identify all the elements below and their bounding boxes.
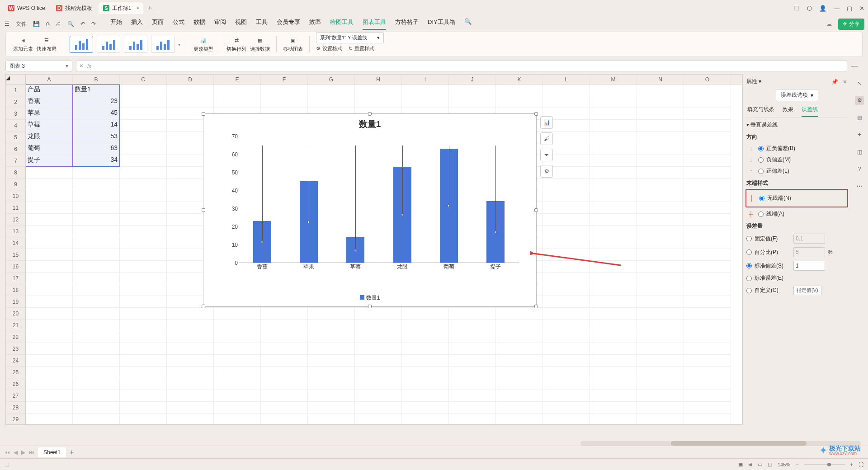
cell[interactable] xyxy=(637,237,684,249)
cell[interactable] xyxy=(684,284,731,296)
cell[interactable] xyxy=(120,108,167,120)
row-12[interactable]: 12 xyxy=(6,214,25,226)
cell[interactable] xyxy=(637,367,684,378)
cell[interactable] xyxy=(684,296,731,308)
close-window-icon[interactable]: ✕ xyxy=(859,5,864,12)
fullscreen-icon[interactable]: ⛶ xyxy=(859,462,863,467)
stddev-value-input[interactable] xyxy=(793,261,825,271)
horizontal-scrollbar[interactable] xyxy=(580,440,861,446)
row-18[interactable]: 18 xyxy=(6,284,25,296)
radio-no-cap[interactable]: │无线端(N) xyxy=(747,194,846,202)
cell[interactable] xyxy=(543,226,590,237)
cell[interactable] xyxy=(637,296,684,308)
cell[interactable]: 提子 xyxy=(26,155,73,167)
row-11[interactable]: 11 xyxy=(6,202,25,214)
cell[interactable] xyxy=(543,273,590,284)
tab-fill-line[interactable]: 填充与线条 xyxy=(747,106,774,117)
name-box[interactable]: 图表 3▾ xyxy=(5,61,72,71)
cell[interactable] xyxy=(261,367,308,378)
radio-cap[interactable]: ┼线端(A) xyxy=(746,210,847,218)
cell[interactable] xyxy=(214,414,261,425)
cell[interactable] xyxy=(590,296,637,308)
add-sheet-icon[interactable]: + xyxy=(70,448,74,456)
cell[interactable] xyxy=(261,85,308,96)
row-28[interactable]: 28 xyxy=(6,402,25,414)
cell[interactable] xyxy=(120,96,167,108)
cell[interactable] xyxy=(637,320,684,331)
cell[interactable] xyxy=(120,167,167,179)
tab-vip[interactable]: 会员专享 xyxy=(277,18,300,30)
cell[interactable] xyxy=(214,320,261,331)
cell[interactable] xyxy=(684,308,731,320)
cell[interactable] xyxy=(449,355,496,367)
cell[interactable] xyxy=(590,179,637,190)
cell[interactable] xyxy=(590,355,637,367)
cell[interactable] xyxy=(590,284,637,296)
tab-error-bars[interactable]: 误差线 xyxy=(802,106,818,117)
cell[interactable] xyxy=(355,367,402,378)
cell[interactable] xyxy=(73,320,120,331)
cell[interactable] xyxy=(637,261,684,273)
cell[interactable] xyxy=(26,226,73,237)
add-element-button[interactable]: ⊞添加元素 xyxy=(13,37,33,52)
cell[interactable] xyxy=(684,132,731,143)
cell[interactable] xyxy=(167,402,214,414)
radio-percent[interactable]: 百分比(P) % xyxy=(746,247,847,257)
cell[interactable] xyxy=(26,284,73,296)
cell[interactable] xyxy=(308,308,355,320)
help-rail-icon[interactable]: ? xyxy=(855,164,864,174)
cell[interactable] xyxy=(684,402,731,414)
cell[interactable] xyxy=(637,249,684,261)
cell[interactable] xyxy=(449,96,496,108)
cell[interactable] xyxy=(73,343,120,355)
tab-tools[interactable]: 工具 xyxy=(256,18,268,30)
row-21[interactable]: 21 xyxy=(6,320,25,331)
cell[interactable] xyxy=(543,237,590,249)
cell[interactable] xyxy=(449,331,496,343)
cell[interactable] xyxy=(120,120,167,132)
cell[interactable] xyxy=(590,143,637,155)
cell[interactable] xyxy=(73,378,120,390)
cell[interactable] xyxy=(590,273,637,284)
cell[interactable] xyxy=(214,331,261,343)
tab-insert[interactable]: 插入 xyxy=(131,18,143,30)
tab-template[interactable]: D 找稻壳模板 xyxy=(52,2,97,14)
row-17[interactable]: 17 xyxy=(6,273,25,284)
cell[interactable] xyxy=(590,167,637,179)
row-8[interactable]: 8 xyxy=(6,167,25,179)
radio-stddev[interactable]: 标准偏差(S) xyxy=(746,261,847,271)
radio-custom[interactable]: 自定义(C)指定值(V) xyxy=(746,286,847,295)
cell[interactable] xyxy=(684,355,731,367)
cell[interactable] xyxy=(261,331,308,343)
cell[interactable]: 葡萄 xyxy=(26,143,73,155)
cell[interactable] xyxy=(167,355,214,367)
cell[interactable] xyxy=(308,355,355,367)
cell[interactable] xyxy=(120,202,167,214)
col-N[interactable]: N xyxy=(637,75,684,84)
cell[interactable] xyxy=(449,320,496,331)
cell[interactable] xyxy=(637,96,684,108)
cell[interactable] xyxy=(214,378,261,390)
cell[interactable] xyxy=(684,414,731,425)
cell[interactable] xyxy=(590,402,637,414)
cell[interactable] xyxy=(308,378,355,390)
cell[interactable] xyxy=(73,308,120,320)
cell[interactable] xyxy=(402,308,449,320)
cell[interactable] xyxy=(355,402,402,414)
status-mode-icon[interactable]: ⬚ xyxy=(5,461,9,467)
col-L[interactable]: L xyxy=(543,75,590,84)
cell[interactable] xyxy=(590,155,637,167)
cell[interactable] xyxy=(26,261,73,273)
style-more-icon[interactable]: ▾ xyxy=(178,42,180,47)
cell[interactable] xyxy=(26,167,73,179)
cell[interactable] xyxy=(496,402,543,414)
cell[interactable] xyxy=(261,308,308,320)
spark-rail-icon[interactable]: ✦ xyxy=(855,130,864,139)
cell[interactable] xyxy=(120,378,167,390)
cell[interactable] xyxy=(496,96,543,108)
tab-effects[interactable]: 效果 xyxy=(783,106,793,117)
cell[interactable] xyxy=(355,378,402,390)
tab-review[interactable]: 审阅 xyxy=(214,18,226,30)
cell[interactable] xyxy=(684,143,731,155)
cell[interactable] xyxy=(73,237,120,249)
